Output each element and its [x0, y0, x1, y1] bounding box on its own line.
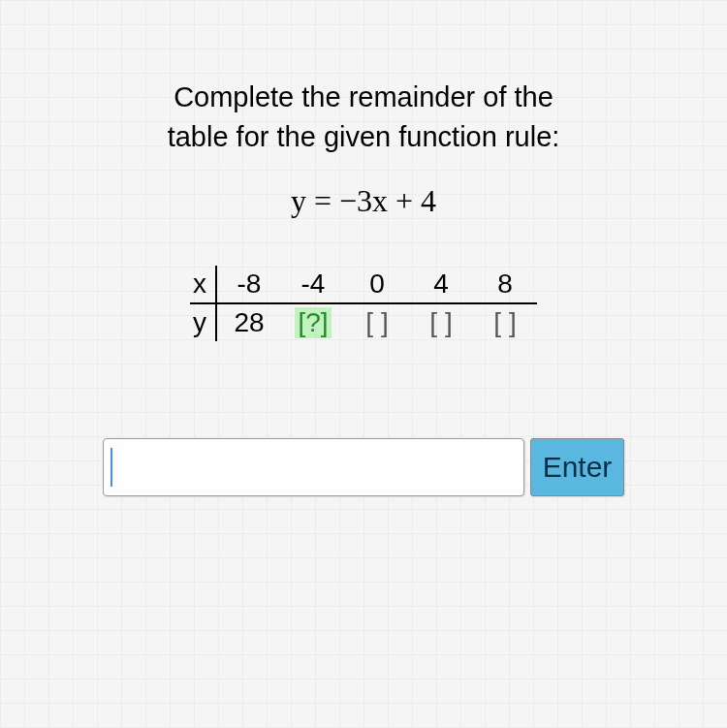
table-y-row: y 28 [?] [ ] [ ] [ ]	[190, 304, 537, 341]
x-label: x	[190, 266, 217, 302]
answer-input[interactable]	[103, 438, 524, 496]
y-cell-blank[interactable]: [ ]	[409, 304, 473, 341]
x-cell: -4	[281, 266, 345, 302]
x-cell: 0	[345, 266, 409, 302]
table-x-row: x -8 -4 0 4 8	[190, 266, 537, 304]
function-rule: y = −3x + 4	[291, 183, 436, 219]
x-cell: 8	[473, 266, 537, 302]
answer-area: Enter	[103, 438, 625, 496]
y-cell-active[interactable]: [?]	[281, 304, 345, 341]
input-cursor	[111, 448, 112, 487]
y-label: y	[190, 304, 217, 341]
x-cell: -8	[217, 266, 281, 302]
x-cell: 4	[409, 266, 473, 302]
y-cell: 28	[217, 304, 281, 341]
enter-button[interactable]: Enter	[530, 438, 625, 496]
function-table: x -8 -4 0 4 8 y 28 [?] [ ] [ ] [ ]	[190, 266, 537, 341]
y-cell-blank[interactable]: [ ]	[473, 304, 537, 341]
instruction-text: Complete the remainder of the table for …	[168, 78, 560, 156]
y-cell-blank[interactable]: [ ]	[345, 304, 409, 341]
